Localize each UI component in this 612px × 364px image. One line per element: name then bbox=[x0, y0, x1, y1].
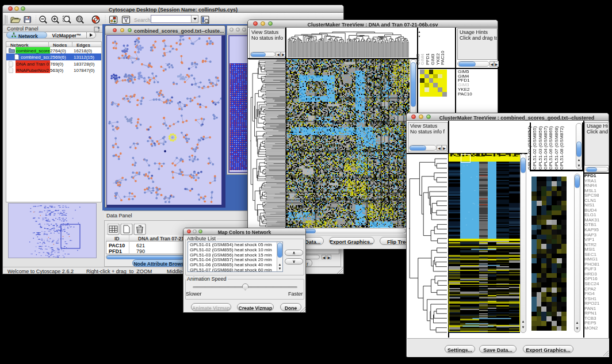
svg-text:1:1: 1:1 bbox=[78, 18, 81, 20]
svg-text:Search:: Search: bbox=[134, 17, 151, 23]
